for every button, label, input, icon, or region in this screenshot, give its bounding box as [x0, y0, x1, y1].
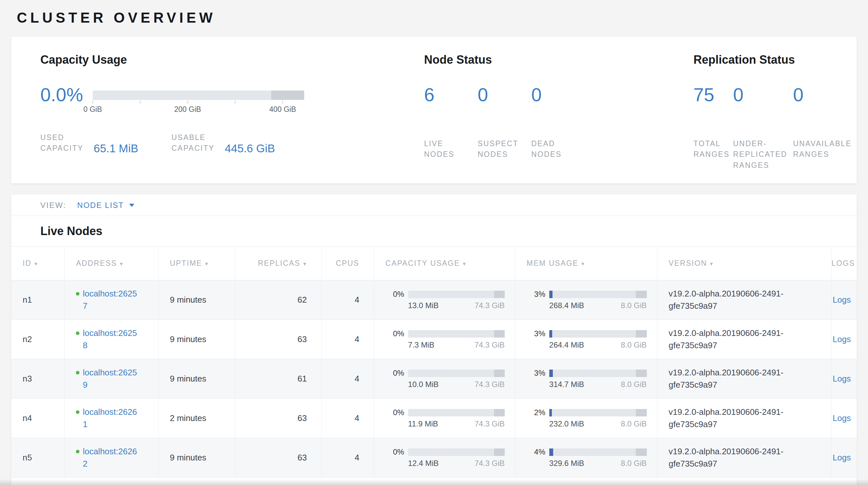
nodes-card: VIEW: NODE LIST Live Nodes ID▾ ADDRESS▾ … — [11, 195, 857, 485]
node-uptime: 9 minutes — [159, 359, 236, 399]
suspect-nodes-stat: 0 SUSPECT NODES — [477, 85, 531, 160]
mem-usage-widget: 3% 264.4 MiB8.0 GiB — [527, 329, 657, 349]
dead-nodes-label: DEAD NODES — [531, 138, 580, 160]
capacity-stats: USED CAPACITY 65.1 MiB USABLE CAPACITY 4… — [40, 132, 424, 154]
col-header-id[interactable]: ID▾ — [11, 247, 65, 280]
node-status-section: Node Status 6 LIVE NODES 0 SUSPECT NODES… — [424, 53, 693, 171]
total-ranges-label: TOTAL RANGES — [693, 138, 733, 160]
unavailable-ranges-label: UNAVAILABLE RANGES — [793, 138, 857, 160]
mem-usage-widget: 4% 329.6 MiB8.0 GiB — [527, 448, 657, 468]
node-address-link[interactable]: localhost:26257 — [83, 288, 141, 312]
used-capacity-value: 65.1 MiB — [94, 143, 138, 154]
logs-link[interactable]: Logs — [833, 334, 851, 344]
live-nodes-table: ID▾ ADDRESS▾ UPTIME▾ REPLICAS▾ CPUS CAPA… — [11, 247, 857, 485]
node-replicas: 61 — [236, 359, 321, 399]
under-replicated-ranges-value: 0 — [733, 85, 793, 104]
capacity-usage-widget: 0% 11.9 MiB74.3 GiB — [385, 408, 515, 428]
node-uptime: 9 minutes — [159, 438, 236, 478]
col-header-replicas[interactable]: REPLICAS▾ — [236, 247, 321, 280]
mem-usage-widget: 3% 314.7 MiB8.0 GiB — [527, 369, 657, 389]
table-row-n2: n2 localhost:26258 9 minutes 63 4 0% — [11, 320, 857, 359]
capacity-mini-bar — [408, 330, 505, 338]
unavailable-ranges-stat: 0 UNAVAILABLE RANGES — [793, 85, 857, 171]
node-capacity-cell: 0% 10.0 MiB74.3 GiB — [374, 359, 515, 399]
node-live-dot-icon — [76, 371, 80, 374]
table-row-n5: n5 localhost:26262 9 minutes 63 4 0% — [11, 438, 857, 478]
node-version: v19.2.0-alpha.20190606-2491-gfe735c9a97 — [657, 399, 831, 438]
view-selected-value: NODE LIST — [77, 201, 124, 210]
sort-caret-icon: ▾ — [120, 261, 123, 267]
mem-mini-bar — [549, 409, 647, 417]
col-header-mem-usage[interactable]: MEM USAGE▾ — [515, 247, 657, 280]
suspect-nodes-label: SUSPECT NODES — [477, 138, 526, 160]
axis-tick-minor — [235, 100, 236, 105]
col-header-capacity-usage[interactable]: CAPACITY USAGE▾ — [374, 247, 515, 280]
usable-capacity-label: USABLE CAPACITY — [172, 132, 225, 154]
sort-caret-icon: ▾ — [581, 261, 585, 267]
node-cpus: 4 — [321, 438, 374, 478]
table-row-n3: n3 localhost:26259 9 minutes 61 4 0% — [11, 359, 857, 399]
col-header-uptime[interactable]: UPTIME▾ — [159, 247, 236, 280]
unavailable-ranges-value: 0 — [793, 85, 857, 104]
sort-caret-icon: ▾ — [710, 261, 714, 267]
logs-link[interactable]: Logs — [833, 374, 851, 383]
sort-caret-icon: ▾ — [463, 261, 466, 267]
used-capacity-label: USED CAPACITY — [40, 132, 94, 154]
node-mem-cell: 2% 232.0 MiB8.0 GiB — [515, 399, 657, 438]
node-cpus: 4 — [321, 280, 374, 320]
capacity-visual: 0.0% 0 GiB 200 GiB 400 GiB — [40, 85, 424, 117]
node-capacity-cell: 0% 12.4 MiB74.3 GiB — [374, 438, 515, 478]
col-header-version[interactable]: VERSION▾ — [657, 247, 831, 280]
capacity-usage-widget: 0% 13.0 MiB74.3 GiB — [385, 290, 515, 310]
node-logs-cell: Logs — [831, 359, 857, 399]
col-header-address[interactable]: ADDRESS▾ — [65, 247, 159, 280]
sort-caret-icon: ▾ — [205, 261, 209, 267]
summary-card: Capacity Usage 0.0% 0 GiB 200 GiB 400 Gi… — [11, 37, 857, 183]
capacity-bar-reserved-segment — [271, 90, 304, 100]
mem-mini-bar — [549, 291, 647, 298]
node-id: n5 — [11, 438, 65, 478]
node-uptime: 2 minutes — [159, 399, 236, 438]
capacity-mini-bar — [408, 370, 505, 377]
capacity-usage-section: Capacity Usage 0.0% 0 GiB 200 GiB 400 Gi… — [40, 53, 424, 171]
capacity-mini-bar — [408, 409, 505, 417]
node-id: n4 — [11, 399, 65, 438]
node-capacity-cell: 0% 11.9 MiB74.3 GiB — [374, 399, 515, 438]
suspect-nodes-value: 0 — [477, 85, 531, 104]
logs-link[interactable]: Logs — [833, 295, 851, 305]
view-label: VIEW: — [40, 201, 66, 210]
under-replicated-ranges-label: UNDER-REPLICATED RANGES — [733, 138, 793, 171]
node-mem-cell: 3% 314.7 MiB8.0 GiB — [515, 359, 657, 399]
usable-capacity-stat: USABLE CAPACITY 445.6 GiB — [172, 132, 275, 154]
usable-capacity-value: 445.6 GiB — [225, 143, 275, 154]
node-address-link[interactable]: localhost:26258 — [83, 327, 141, 351]
logs-link[interactable]: Logs — [833, 453, 851, 462]
node-address-link[interactable]: localhost:26261 — [83, 406, 141, 430]
node-address-link[interactable]: localhost:26259 — [83, 367, 141, 391]
axis-tick: 200 GiB — [175, 100, 201, 114]
total-ranges-value: 75 — [693, 85, 733, 104]
node-live-dot-icon — [76, 332, 80, 335]
node-address-link[interactable]: localhost:26262 — [83, 446, 141, 470]
node-live-dot-icon — [76, 292, 80, 295]
view-selector-dropdown[interactable]: NODE LIST — [77, 201, 134, 210]
node-cpus: 4 — [321, 320, 374, 359]
node-address-cell: localhost:26259 — [65, 359, 159, 399]
node-replicas: 63 — [236, 320, 321, 359]
node-replicas: 63 — [236, 438, 321, 478]
logs-link[interactable]: Logs — [833, 413, 851, 423]
replication-stats: 75 TOTAL RANGES 0 UNDER-REPLICATED RANGE… — [693, 85, 857, 171]
node-version: v19.2.0-alpha.20190606-2491-gfe735c9a97 — [657, 359, 831, 399]
node-uptime: 9 minutes — [159, 320, 236, 359]
cluster-overview-page: CLUSTER OVERVIEW Capacity Usage 0.0% 0 G… — [0, 0, 868, 485]
node-logs-cell: Logs — [831, 320, 857, 359]
col-header-logs: LOGS — [831, 247, 857, 280]
node-logs-cell: Logs — [831, 399, 857, 438]
axis-tick: 400 GiB — [269, 100, 296, 114]
sort-caret-icon: ▾ — [303, 261, 307, 267]
node-status-heading: Node Status — [424, 53, 693, 66]
capacity-usage-widget: 0% 7.3 MiB74.3 GiB — [385, 329, 515, 349]
capacity-usage-widget: 0% 12.4 MiB74.3 GiB — [385, 448, 515, 468]
col-header-cpus[interactable]: CPUS — [321, 247, 374, 280]
table-row-partial — [11, 478, 857, 485]
